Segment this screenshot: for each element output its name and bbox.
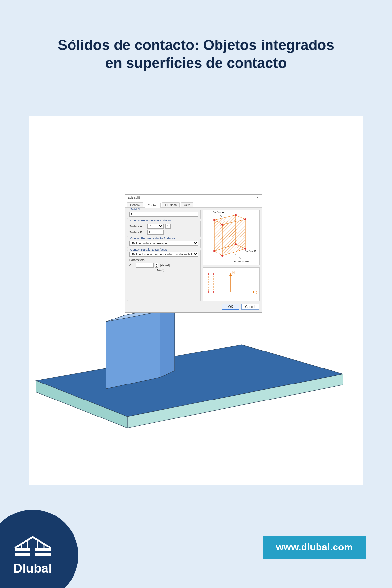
surface-a-select[interactable]: 1: [147, 224, 164, 229]
dialog-titlebar[interactable]: Edit Solid ×: [125, 195, 262, 201]
svg-line-17: [235, 254, 241, 259]
illus-label-b: Surface B: [245, 250, 256, 253]
svg-point-12: [244, 218, 246, 220]
svg-rect-29: [35, 548, 51, 551]
dialog-title: Edit Solid: [128, 196, 140, 199]
illus-graph: |τ| δ: [203, 267, 260, 301]
label-c: C:: [129, 264, 134, 267]
graph-delta: δ: [256, 291, 257, 294]
title-line1: Sólidos de contacto: Objetos integrados: [58, 37, 334, 53]
illus-label-edges: Edges of solid: [234, 260, 250, 263]
svg-rect-30: [15, 553, 30, 556]
dialog-left-column: Solid No. Contact Between Two Surfaces S…: [127, 210, 201, 301]
dialog-right-column: Surface A Surface B Edges of solid: [203, 210, 260, 301]
svg-point-8: [235, 214, 237, 216]
ok-button[interactable]: OK: [222, 304, 239, 310]
legend-perp: Contact Perpendicular to Surfaces: [129, 237, 176, 240]
svg-marker-25: [253, 291, 255, 293]
brand-logo-icon: [13, 535, 52, 558]
tab-general[interactable]: General: [127, 202, 143, 207]
illus-label-a: Surface A: [213, 211, 224, 214]
params-label: Parameters:: [129, 258, 145, 262]
group-perpendicular: Contact Perpendicular to Surfaces Failur…: [127, 239, 201, 248]
box-front: [106, 311, 160, 389]
svg-rect-31: [35, 553, 51, 556]
tab-femesh[interactable]: FE Mesh: [162, 202, 180, 207]
surface-b-input[interactable]: [147, 230, 164, 235]
svg-line-16: [246, 243, 252, 249]
perp-select[interactable]: Failure under compression: [129, 241, 198, 246]
label-surface-a: Surface A:: [129, 225, 146, 228]
svg-point-23: [213, 291, 214, 293]
svg-marker-27: [229, 273, 232, 276]
svg-point-10: [213, 250, 215, 252]
svg-point-20: [208, 273, 209, 275]
unit2: N/m²]: [157, 269, 164, 272]
svg-line-15: [219, 213, 222, 217]
tab-axes[interactable]: Axes: [181, 202, 193, 207]
svg-point-9: [235, 243, 237, 245]
svg-line-4: [236, 215, 245, 219]
cancel-button[interactable]: Cancel: [241, 304, 259, 310]
para-select[interactable]: Failure if contact perpendicular to surf…: [129, 252, 198, 257]
pick-surface-icon[interactable]: ↖: [165, 224, 171, 229]
legend-between: Contact Between Two Surfaces: [129, 219, 172, 222]
graph-tau: |τ|: [232, 271, 235, 274]
svg-rect-28: [15, 548, 30, 551]
svg-line-6: [214, 251, 222, 256]
tab-contact[interactable]: Contact: [145, 203, 161, 208]
dialog-buttons: OK Cancel: [125, 302, 262, 312]
legend-para: Contact Parallel to Surfaces: [129, 248, 168, 251]
legend-solid-no: Solid No.: [129, 208, 143, 211]
group-contact-between: Contact Between Two Surfaces Surface A: …: [127, 221, 201, 237]
dialog-tabs: General Contact FE Mesh Axes: [125, 201, 262, 208]
edit-solid-dialog: Edit Solid × General Contact FE Mesh Axe…: [125, 194, 262, 313]
svg-marker-2: [222, 219, 245, 256]
spinner-icon[interactable]: ▲▼: [155, 263, 158, 268]
url-pill: www.dlubal.com: [263, 536, 366, 559]
svg-point-7: [213, 219, 215, 221]
brand-badge: Dlubal: [0, 510, 78, 588]
label-surface-b: Surface B:: [129, 231, 146, 234]
close-icon[interactable]: ×: [255, 196, 260, 199]
svg-point-14: [221, 255, 223, 257]
box-right: [160, 305, 175, 377]
group-parallel: Contact Parallel to Surfaces Failure if …: [127, 250, 201, 301]
illus-surfaces: Surface A Surface B Edges of solid: [203, 210, 260, 265]
param-c-input[interactable]: [136, 263, 154, 268]
title-line2: en superficies de contacto: [105, 55, 286, 71]
group-solid-no: Solid No.: [127, 210, 201, 219]
solid-no-input[interactable]: [129, 212, 198, 217]
unit1: [kN/m³]: [160, 264, 170, 267]
svg-point-21: [213, 273, 214, 275]
svg-point-11: [221, 224, 223, 226]
svg-point-22: [208, 291, 209, 293]
page-title: Sólidos de contacto: Objetos integrados …: [0, 36, 392, 72]
dialog-body: Solid No. Contact Between Two Surfaces S…: [125, 208, 262, 302]
brand-text: Dlubal: [13, 562, 52, 576]
